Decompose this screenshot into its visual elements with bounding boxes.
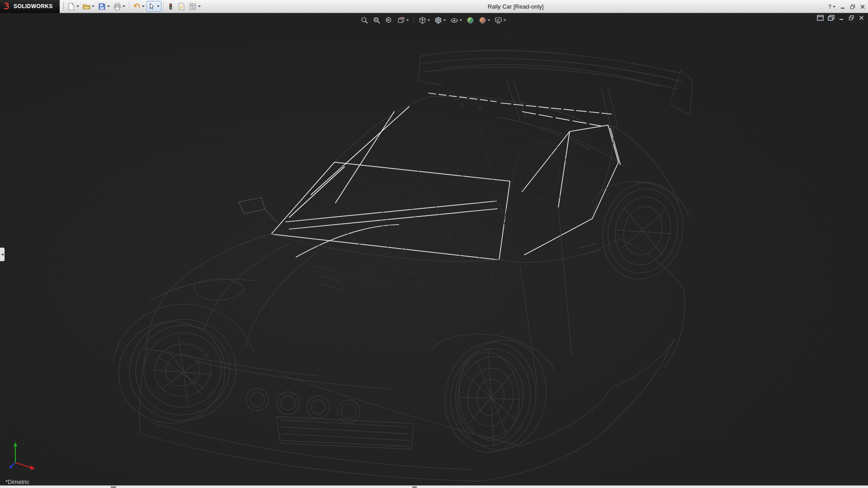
file-properties-icon <box>178 3 185 10</box>
rear-right-wheel[interactable] <box>592 174 693 288</box>
hide-show-items-button[interactable] <box>449 16 462 25</box>
solidworks-window: SOLIDWORKS <box>0 0 868 488</box>
roof-edge-highlight[interactable] <box>429 93 614 126</box>
file-properties-button[interactable] <box>176 1 187 12</box>
section-view-button[interactable] <box>396 16 409 25</box>
toolbar-separator <box>129 2 129 11</box>
chevron-down-icon <box>487 19 490 21</box>
solidworks-logo: SOLIDWORKS <box>0 0 60 13</box>
brand-name: SOLIDWORKS <box>14 3 53 9</box>
restore-icon <box>849 15 854 21</box>
roof-lines[interactable] <box>335 96 625 167</box>
a-pillar-highlight[interactable] <box>289 107 409 217</box>
zoom-to-area-icon <box>373 16 381 24</box>
document-title: Rally Car [Read-only] <box>488 3 544 10</box>
chevron-down-icon <box>76 5 79 7</box>
front-grille[interactable] <box>140 417 480 481</box>
close-icon <box>860 4 865 9</box>
document-close-button[interactable] <box>859 15 864 21</box>
cascade-window-button[interactable] <box>828 15 835 21</box>
new-document-button[interactable] <box>66 1 81 12</box>
chevron-down-icon <box>427 19 430 21</box>
chevron-down-icon <box>833 6 835 8</box>
select-cursor-icon <box>148 3 156 10</box>
interior-detail[interactable] <box>298 126 520 352</box>
help-button[interactable]: ? <box>828 4 835 9</box>
print-button[interactable] <box>112 1 127 12</box>
toolbar-drag-handle[interactable] <box>61 2 64 11</box>
titlebar: SOLIDWORKS <box>0 0 868 13</box>
headsup-view-toolbar <box>360 15 506 26</box>
chevron-down-icon <box>107 5 110 7</box>
undo-button[interactable] <box>131 1 146 12</box>
close-icon <box>859 15 864 21</box>
chevron-down-icon <box>157 5 160 7</box>
open-button[interactable] <box>81 1 96 12</box>
view-settings-icon <box>494 16 502 24</box>
tile-window-icon <box>817 15 824 21</box>
status-strip <box>0 485 868 488</box>
view-settings-button[interactable] <box>494 16 506 25</box>
chevron-left-icon: ◀ <box>1 253 3 256</box>
panel-flyout-tab[interactable]: ◀ <box>0 248 5 261</box>
save-icon <box>98 3 106 10</box>
side-mirror[interactable] <box>239 197 277 222</box>
minimize-icon <box>840 4 845 9</box>
edit-appearance-button[interactable] <box>466 16 475 25</box>
chevron-down-icon <box>503 19 506 21</box>
restore-button[interactable] <box>850 4 855 9</box>
apply-scene-button[interactable] <box>478 16 491 25</box>
tile-window-button[interactable] <box>817 15 824 21</box>
previous-view-button[interactable] <box>384 16 393 25</box>
chevron-down-icon <box>142 5 145 7</box>
status-notch <box>412 486 417 488</box>
rear-left-wheel[interactable] <box>507 137 574 215</box>
cascade-window-icon <box>828 15 835 21</box>
view-orientation-label: *Dimetric <box>5 479 29 485</box>
view-orientation-button[interactable] <box>418 16 430 25</box>
chevron-down-icon <box>92 5 94 7</box>
restore-icon <box>850 4 855 9</box>
minimize-button[interactable] <box>840 4 845 9</box>
fog-lights[interactable] <box>246 388 360 422</box>
print-icon <box>113 3 121 10</box>
zoom-to-area-button[interactable] <box>372 16 381 25</box>
hide-show-items-icon <box>450 16 458 24</box>
graphics-area[interactable]: *Dimetric ◀ <box>0 13 868 485</box>
zoom-to-fit-icon <box>360 16 368 24</box>
edit-appearance-icon <box>466 16 474 24</box>
view-orientation-icon <box>418 16 426 24</box>
save-button[interactable] <box>96 1 112 12</box>
minimize-icon <box>839 15 844 21</box>
orientation-triad <box>7 439 43 471</box>
undo-icon <box>133 3 141 10</box>
help-label: ? <box>828 4 831 9</box>
document-minimize-button[interactable] <box>839 15 844 21</box>
display-style-button[interactable] <box>434 16 446 25</box>
windshield-highlight[interactable] <box>271 162 510 260</box>
select-tool-button[interactable] <box>146 1 161 12</box>
chevron-down-icon <box>459 19 462 21</box>
side-window-highlight[interactable] <box>522 125 620 255</box>
display-style-icon <box>434 16 442 24</box>
solidworks-logo-icon <box>3 2 12 10</box>
new-document-icon <box>67 3 75 10</box>
document-window-controls <box>817 15 864 21</box>
close-button[interactable] <box>860 4 865 9</box>
toolbar-separator <box>163 2 164 11</box>
side-and-rear-body[interactable] <box>280 126 685 481</box>
document-restore-button[interactable] <box>849 15 854 21</box>
chevron-down-icon <box>123 5 125 7</box>
section-view-icon <box>397 16 405 24</box>
options-button[interactable] <box>187 1 203 12</box>
wireframe-car-model[interactable] <box>0 13 868 485</box>
open-folder-icon <box>83 3 90 10</box>
rear-wing[interactable] <box>419 51 693 129</box>
chevron-down-icon <box>198 5 201 7</box>
apply-scene-icon <box>478 16 486 24</box>
previous-view-icon <box>385 16 393 24</box>
rebuild-icon <box>167 3 174 10</box>
rebuild-button[interactable] <box>165 1 176 12</box>
zoom-to-fit-button[interactable] <box>360 16 369 25</box>
chevron-down-icon <box>443 19 446 21</box>
